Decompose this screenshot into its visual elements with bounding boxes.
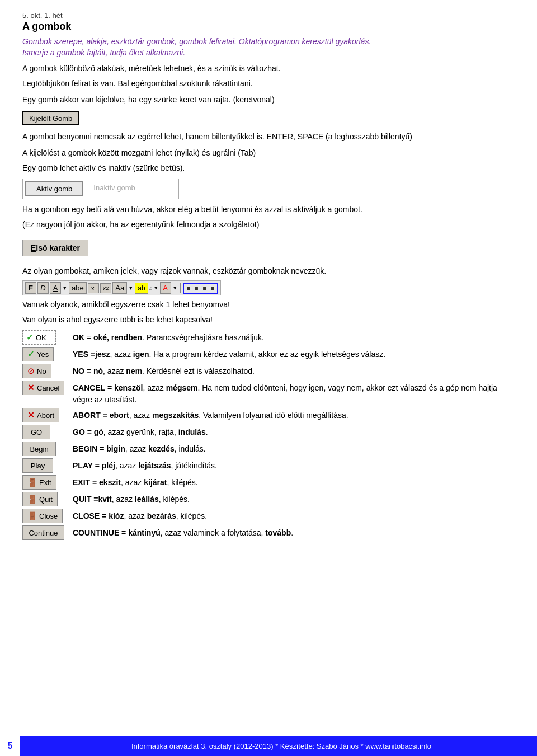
no-description: NO = nó, azaz nem. Kérdésnél ezt is vála… — [73, 364, 515, 377]
cancel-description: CANCEL = kenszöl, azaz mégsem. Ha nem tu… — [73, 381, 515, 406]
exit-door-icon: 🚪 — [27, 478, 37, 487]
toolbar-demo: F D A ▾ abe xi x2 Aa ▾ ab z ▾ A ▾ ≡ ≡ ≡ … — [22, 280, 221, 295]
selected-button[interactable]: Kijelölt Gomb — [22, 111, 79, 125]
close-door-icon: 🚪 — [27, 511, 37, 520]
toolbar-underline-btn[interactable]: A — [50, 282, 61, 294]
play-button[interactable]: Play — [22, 458, 53, 473]
page-number: 5 — [0, 736, 20, 756]
text-s7: Ha a gombon egy betű alá van húzva, akko… — [22, 204, 515, 215]
ok-label: OK — [36, 334, 46, 342]
continue-label: Continue — [29, 529, 58, 537]
section-aktiv: A kijelölést a gombok között mozgatni le… — [22, 147, 515, 261]
header-title: A gombok — [22, 21, 515, 32]
begin-description: BEGIN = bigin, azaz kezdés, indulás. — [73, 442, 515, 455]
page-content: 5. okt. 1. hét A gombok Gombok szerepe, … — [0, 0, 537, 576]
yes-label: Yes — [37, 350, 49, 359]
ok-row: ✓ OK OK = oké, rendben. Parancsvégrehajt… — [22, 330, 515, 345]
section-eszkotar: Az olyan gombokat, amiken jelek, vagy ra… — [22, 265, 515, 326]
abort-label: Abort — [37, 411, 54, 420]
toolbar-strikethrough-btn[interactable]: abe — [69, 282, 87, 294]
go-description: GO = gó, azaz gyerünk, rajta, indulás. — [73, 425, 515, 438]
exit-description: EXIT = ekszit, azaz kijárat, kilépés. — [73, 475, 515, 489]
go-row: GO GO = gó, azaz gyerünk, rajta, indulás… — [22, 425, 515, 439]
toolbar-bold-btn[interactable]: F — [25, 282, 36, 294]
close-description: CLOSE = klóz, azaz bezárás, kilépés. — [73, 509, 515, 522]
toolbar-sup-btn[interactable]: x2 — [100, 283, 112, 293]
begin-desc-text: BEGIN = bigin, azaz kezdés, indulás. — [73, 444, 206, 453]
close-row: 🚪 Close CLOSE = klóz, azaz bezárás, kilé… — [22, 509, 515, 523]
no-sign-icon: ⊘ — [27, 366, 35, 376]
play-label: Play — [31, 462, 45, 470]
abort-desc-text: ABORT = ebort, azaz megszakítás. Valamil… — [73, 411, 348, 420]
go-button[interactable]: GO — [22, 425, 50, 439]
exit-desc-text: EXIT = ekszit, azaz kijárat, kilépés. — [73, 478, 198, 487]
cancel-row: ✕ Cancel CANCEL = kenszöl, azaz mégsem. … — [22, 381, 515, 406]
text-s6: Egy gomb lehet aktív és inaktív (szürke … — [22, 162, 515, 174]
toolbar-highlight-btn[interactable]: ab — [135, 283, 148, 294]
cancel-button[interactable]: ✕ Cancel — [22, 381, 64, 395]
text-s8: (Ez nagyon jól jön akkor, ha az egerenty… — [22, 219, 515, 231]
align-justify-btn[interactable]: ≡ — [209, 284, 216, 292]
toolbar-fontcolor-btn[interactable]: A — [160, 282, 171, 294]
cancel-desc-text: CANCEL = kenszöl, azaz mégsem. Ha nem tu… — [73, 383, 497, 404]
text-s1: A gombok különböző alakúak, méretűek leh… — [22, 63, 515, 74]
abort-button[interactable]: ✕ Abort — [22, 408, 59, 422]
intro-line2: Ismerje a gombok fajtáit, tudja őket alk… — [22, 48, 515, 57]
align-left-btn[interactable]: ≡ — [185, 284, 192, 292]
begin-button[interactable]: Begin — [22, 442, 56, 456]
erso-first-char: E — [31, 243, 36, 252]
ok-check-icon: ✓ — [26, 332, 34, 342]
aktiv-inaktiv-demo: Aktiv gomb Inaktív gomb — [22, 179, 179, 199]
erso-karakter-button[interactable]: Első karakter — [22, 240, 88, 256]
cancel-label: Cancel — [37, 384, 59, 392]
section-selected: Egy gomb akkor van kijelölve, ha egy szü… — [22, 94, 515, 143]
footer-text: Informatika óravázlat 3. osztály (2012-2… — [20, 742, 537, 750]
text-s5: A kijelölést a gombok között mozgatni le… — [22, 147, 515, 159]
text-s11: Van olyan is ahol egyszerre több is be l… — [22, 314, 515, 326]
quit-description: QUIT =kvit, azaz leállás, kilépés. — [73, 492, 515, 505]
quit-row: 🚪 Quit QUIT =kvit, azaz leállás, kilépés… — [22, 492, 515, 506]
header-date: 5. okt. 1. hét — [22, 11, 515, 20]
toolbar-italic-btn[interactable]: D — [37, 282, 49, 294]
no-row: ⊘ No NO = nó, azaz nem. Kérdésnél ezt is… — [22, 364, 515, 378]
no-button[interactable]: ⊘ No — [22, 364, 51, 378]
exit-row: 🚪 Exit EXIT = ekszit, azaz kijárat, kilé… — [22, 475, 515, 490]
toolbar-sup-z: z — [149, 285, 152, 291]
text-s2: Legtöbbjükön felirat is van. Bal egérgom… — [22, 78, 515, 90]
continue-button[interactable]: Continue — [22, 525, 64, 540]
continue-description: COUNTINUE = kántinyú, azaz valaminek a f… — [73, 525, 515, 539]
quit-desc-text: QUIT =kvit, azaz leállás, kilépés. — [73, 495, 190, 504]
abort-x-icon: ✕ — [27, 410, 35, 420]
text-s10: Vannak olyanok, amikből egyszerre csak 1… — [22, 299, 515, 311]
continue-desc-text: COUNTINUE = kántinyú, azaz valaminek a f… — [73, 528, 293, 537]
toolbar-sub-btn[interactable]: xi — [88, 283, 99, 293]
ok-button[interactable]: ✓ OK — [22, 330, 56, 345]
toolbar-color-arrow: ▾ — [172, 284, 178, 292]
begin-label: Begin — [30, 445, 48, 453]
no-label: No — [37, 367, 46, 375]
align-right-btn[interactable]: ≡ — [201, 284, 208, 292]
close-button[interactable]: 🚪 Close — [22, 509, 63, 523]
section1: A gombok különböző alakúak, méretűek leh… — [22, 63, 515, 90]
exit-label: Exit — [39, 478, 51, 487]
yes-description: YES =jesz, azaz igen. Ha a program kérde… — [73, 347, 515, 360]
exit-button[interactable]: 🚪 Exit — [22, 475, 56, 490]
inaktiv-button: Inaktív gomb — [83, 181, 145, 196]
ok-description: OK = oké, rendben. Parancsvégrehajtásra … — [73, 330, 515, 344]
play-row: Play PLAY = pléj, azaz lejátszás, játéki… — [22, 458, 515, 473]
begin-row: Begin BEGIN = bigin, azaz kezdés, indulá… — [22, 442, 515, 456]
align-center-btn[interactable]: ≡ — [193, 284, 200, 292]
go-label: GO — [31, 428, 42, 436]
yes-button[interactable]: ✓ Yes — [22, 347, 54, 361]
toolbar-dropdown-arrow: ▾ — [62, 284, 68, 292]
text-s9: Az olyan gombokat, amiken jelek, vagy ra… — [22, 265, 515, 277]
yes-check-icon: ✓ — [27, 349, 35, 359]
aktiv-button[interactable]: Aktiv gomb — [25, 181, 83, 196]
buttons-section: ✓ OK OK = oké, rendben. Parancsvégrehajt… — [22, 330, 515, 540]
text-s3: Egy gomb akkor van kijelölve, ha egy szü… — [22, 94, 515, 106]
toolbar-aa-btn[interactable]: Aa — [112, 282, 127, 294]
no-desc-text: NO = nó, azaz nem. Kérdésnél ezt is vála… — [73, 367, 255, 375]
abort-description: ABORT = ebort, azaz megszakítás. Valamil… — [73, 408, 515, 421]
quit-button[interactable]: 🚪 Quit — [22, 492, 58, 506]
toolbar-divider — [180, 283, 181, 293]
